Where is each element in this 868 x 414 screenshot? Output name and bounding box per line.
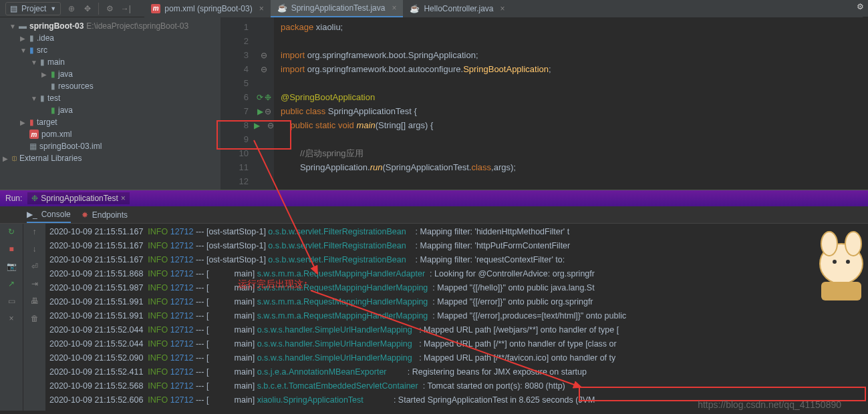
- project-view-dropdown[interactable]: ▤ Project ▼: [5, 2, 61, 15]
- console-tab[interactable]: ▶_ Console: [27, 207, 71, 223]
- stop-icon[interactable]: ■: [6, 244, 17, 254]
- gear-icon[interactable]: ⚙: [104, 3, 115, 14]
- endpoints-icon: ✸: [82, 210, 88, 220]
- console-line: 2020-10-09 21:15:52.090 INFO 12712 --- […: [49, 351, 868, 365]
- trash-icon[interactable]: 🗑: [29, 313, 40, 324]
- console-line: 2020-10-09 21:15:52.411 INFO 12712 --- […: [49, 365, 868, 379]
- svg-rect-7: [821, 282, 861, 300]
- tree-node[interactable]: m pom.xml: [0, 128, 221, 140]
- console-line: 2020-10-09 21:15:51.167 INFO 12712 --- […: [49, 239, 868, 253]
- project-view-label: Project: [21, 4, 46, 13]
- close-icon[interactable]: ×: [500, 4, 505, 13]
- svg-point-3: [821, 232, 837, 256]
- expand-arrow-icon[interactable]: ▶: [3, 155, 9, 162]
- run-body: ↻ ■ 📷 ↗ ▭ × ↑ ↓ ⏎ ⇥ 🖶 🗑 2020-10-09 21:15…: [0, 224, 868, 411]
- tree-label: test: [47, 93, 60, 103]
- java-icon: ☕: [410, 4, 420, 13]
- expand-arrow-icon[interactable]: ▶: [20, 119, 27, 126]
- console-line: 2020-10-09 21:15:51.987 INFO 12712 --- […: [49, 281, 868, 295]
- console-line: 2020-10-09 21:15:51.868 INFO 12712 --- […: [49, 267, 868, 281]
- collapse-icon[interactable]: ⊕: [66, 3, 77, 14]
- tab-label: pom.xml (springBoot-03): [164, 4, 252, 13]
- tab-pom-xml[interactable]: m pom.xml (springBoot-03) ×: [144, 0, 270, 17]
- tab-spring-application-test[interactable]: ☕ SpringApplicationTest.java ×: [271, 0, 404, 17]
- folder-icon: ▮: [51, 106, 55, 115]
- console-line: 2020-10-09 21:15:51.167 INFO 12712 --- […: [49, 253, 868, 267]
- folder-icon: ▮: [29, 33, 34, 43]
- tree-node[interactable]: ▶ ▮ java: [0, 68, 221, 80]
- tree-node[interactable]: ▮ java: [0, 104, 221, 116]
- gear-icon[interactable]: ⚙: [857, 2, 864, 11]
- camera-icon[interactable]: 📷: [6, 261, 17, 272]
- gutter-icons: ⊖⊖⟳❉▶⊖▶ ⊖: [254, 17, 274, 190]
- wrap-icon[interactable]: ⏎: [29, 261, 40, 272]
- tab-label: HelloController.java: [424, 4, 493, 13]
- close-icon[interactable]: ×: [392, 3, 396, 13]
- tree-label: target: [37, 118, 57, 127]
- tree-label: pom.xml: [41, 130, 71, 139]
- console-line: 2020-10-09 21:15:51.991 INFO 12712 --- […: [49, 295, 868, 309]
- tree-label: resources: [58, 81, 94, 91]
- mascot-image: [815, 227, 868, 307]
- console-label: Console: [41, 210, 71, 219]
- down-icon[interactable]: ↓: [29, 244, 40, 254]
- expand-arrow-icon[interactable]: ▼: [20, 47, 27, 54]
- close-icon[interactable]: ×: [259, 4, 264, 13]
- tree-external-libs[interactable]: ▶ ⎅ External Libraries: [0, 152, 221, 164]
- console-icon: ▶_: [27, 210, 37, 219]
- rerun-icon[interactable]: ↻: [6, 226, 17, 237]
- scroll-end-icon[interactable]: ⇥: [29, 278, 40, 289]
- editor-tab-bar: m pom.xml (springBoot-03) × ☕ SpringAppl…: [144, 0, 863, 17]
- console-output[interactable]: 2020-10-09 21:15:51.167 INFO 12712 --- […: [45, 224, 868, 411]
- svg-point-6: [846, 260, 850, 264]
- tree-root[interactable]: ▼ ▬ springBoot-03 E:\ideaProject\springB…: [0, 20, 221, 32]
- java-icon: ☕: [277, 3, 287, 13]
- expand-arrow-icon[interactable]: ▼: [9, 23, 16, 30]
- up-icon[interactable]: ↑: [29, 226, 40, 237]
- close-icon[interactable]: ×: [121, 194, 126, 203]
- endpoints-tab[interactable]: ✸ Endpoints: [82, 208, 128, 222]
- folder-icon: ▮: [51, 69, 55, 79]
- hide-icon[interactable]: →|: [120, 3, 131, 14]
- main-area: ▼ ▬ springBoot-03 E:\ideaProject\springB…: [0, 17, 868, 190]
- maven-icon: m: [151, 4, 160, 13]
- code-editor[interactable]: 123456789101112 ⊖⊖⟳❉▶⊖▶ ⊖ package xiaoli…: [221, 17, 868, 190]
- tree-label: springBoot-03.iml: [39, 142, 102, 151]
- run-method-icon[interactable]: ▶: [254, 121, 260, 130]
- tab-hello-controller[interactable]: ☕ HelloController.java ×: [403, 0, 511, 17]
- tree-node[interactable]: ▼ ▮ main: [0, 56, 221, 68]
- expand-arrow-icon[interactable]: ▼: [31, 95, 37, 102]
- endpoints-label: Endpoints: [92, 210, 128, 220]
- library-icon: ⎅: [12, 154, 17, 163]
- console-left-toolbar: ↑ ↓ ⏎ ⇥ 🖶 🗑: [23, 224, 45, 411]
- project-toolbar: ▤ Project ▼ ⊕ ✥ ⚙ →| m pom.xml (springBo…: [0, 0, 868, 17]
- console-line: 2020-10-09 21:15:51.167 INFO 12712 --- […: [49, 225, 868, 239]
- tree-node[interactable]: ▶ ▮ .idea: [0, 32, 221, 44]
- tree-node[interactable]: ▮ resources: [0, 80, 221, 92]
- expand-arrow-icon[interactable]: ▶: [41, 71, 48, 78]
- expand-arrow-icon[interactable]: ▶: [20, 35, 27, 42]
- tree-node[interactable]: ▼ ▮ test: [0, 92, 221, 104]
- maven-icon: m: [29, 130, 39, 139]
- project-tree[interactable]: ▼ ▬ springBoot-03 E:\ideaProject\springB…: [0, 17, 221, 190]
- console-line: 2020-10-09 21:15:52.044 INFO 12712 --- […: [49, 337, 868, 351]
- tree-label: java: [58, 106, 73, 115]
- run-class-icon[interactable]: ▶: [257, 107, 263, 116]
- tree-node[interactable]: ▼ ▮ src: [0, 44, 221, 56]
- console-line: 2020-10-09 21:15:52.044 INFO 12712 --- […: [49, 323, 868, 337]
- run-config-tab[interactable]: ❉ SpringApplicationTest ×: [27, 192, 129, 204]
- folder-icon: ▮: [40, 93, 45, 103]
- locate-icon[interactable]: ✥: [82, 3, 93, 14]
- separator: [98, 3, 99, 15]
- svg-point-5: [833, 260, 837, 264]
- exit-icon[interactable]: ↗: [6, 278, 17, 289]
- tree-node[interactable]: ▶ ▮ target: [0, 116, 221, 128]
- external-libraries-label: External Libraries: [19, 154, 82, 163]
- expand-arrow-icon[interactable]: ▼: [31, 59, 37, 66]
- layout-icon[interactable]: ▭: [6, 296, 17, 306]
- code-body[interactable]: package xiaoliu;import org.springframewo…: [274, 17, 868, 190]
- tree-node[interactable]: ▦ springBoot-03.iml: [0, 140, 221, 152]
- print-icon[interactable]: 🖶: [29, 296, 40, 306]
- pin-icon[interactable]: ×: [6, 313, 17, 324]
- run-sub-tabs: ▶_ Console ✸ Endpoints: [0, 206, 868, 224]
